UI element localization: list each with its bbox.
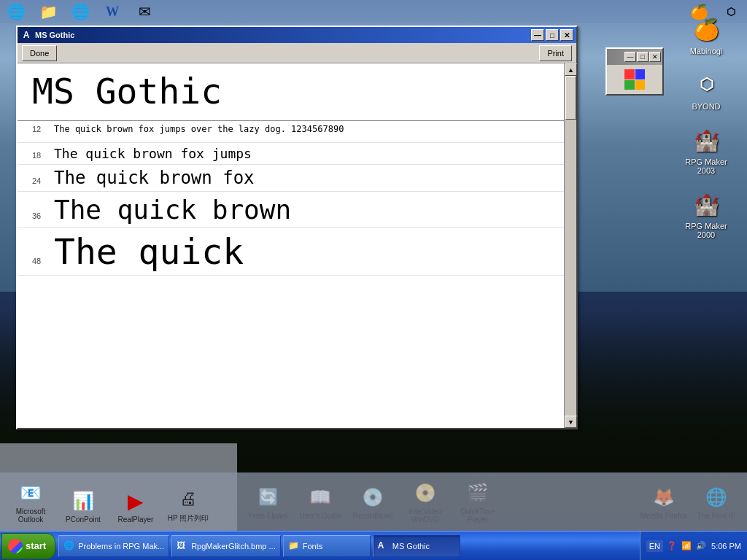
realplayer-dock-icon[interactable]: ▶ RealPlayer [111,488,160,524]
mabinogi-icon[interactable]: 🍊 Mabinogi [680,15,732,55]
taskbar: start 🌐 Problems in RPG Mak... 🖼 RpgMake… [0,531,747,560]
scroll-down-button[interactable]: ▼ [565,416,577,428]
font-size-sample-48: The quick [54,231,244,272]
taskbar-tray: EN ❓ 📶 🔊 5:06 PM [640,532,747,560]
taskbar-item-1[interactable]: 🖼 RpgMakerGlitch.bmp ... [171,535,281,557]
scrollbar[interactable]: ▲ ▼ [564,63,576,428]
start-windows-icon [8,539,23,553]
close-button[interactable]: ✕ [560,29,573,41]
rpgmaker2000-icon[interactable]: 🏰 RPG Maker 2000 [680,190,732,239]
font-name-display: MS Gothic [18,63,564,121]
bg-window-controls: — □ ✕ [624,52,661,62]
outlook-label: Microsoft Outlook [6,508,55,524]
font-name-large: MS Gothic [32,71,549,113]
bottom-dock: 📧 Microsoft Outlook 📊 PConPoint ▶ RealPl… [0,472,747,531]
font-size-label-36: 36 [32,211,54,220]
taskbar-label-3: MS Gothic [392,542,430,551]
taskbar-icon-0: 🌐 [63,540,75,552]
bg-close-button[interactable]: ✕ [649,52,661,62]
font-size-sample-24: The quick brown fox [54,168,255,188]
taskbar-label-0: Problems in RPG Mak... [78,542,164,551]
taskbar-item-2[interactable]: 📁 Fonts [283,535,371,557]
print-button[interactable]: Print [539,45,572,61]
font-size-row-36: 36 The quick brown [18,192,564,228]
font-size-label-48: 48 [32,257,54,265]
byond-img: ⬡ [692,70,721,99]
maximize-button[interactable]: □ [546,29,559,41]
ie-top-icon[interactable]: 🌐 [70,1,90,22]
font-window-icon: A [20,29,32,41]
hp-label: HP 照片列印 [168,513,209,524]
pconpoint-label: PConPoint [66,516,101,524]
font-size-sample-18: The quick brown fox jumps [54,146,252,161]
realplayer-label: RealPlayer [118,516,154,524]
font-size-sample-36: The quick brown [54,195,291,225]
desktop: 🌐 📁 🌐 W ✉ 🍊 ⬡ 🍊 Mabinogi ⬡ BYOND 🏰 RPG M… [0,0,747,560]
realplayer-img: ▶ [123,488,149,514]
font-preview-window: A MS Gothic — □ ✕ Done Print MS Gothic [16,26,578,429]
mabinogi-label: Mabinogi [690,47,723,55]
byond-label: BYOND [692,102,720,111]
tray-time: 5:06 PM [711,542,741,551]
desktop-icons-container: 🍊 Mabinogi ⬡ BYOND 🏰 RPG Maker 2003 🏰 RP… [680,15,732,239]
tray-help-icon: ❓ [666,540,678,552]
font-size-row-24: 24 The quick brown fox [18,165,564,192]
background-window: — □ ✕ [605,47,664,96]
font-size-row-18: 18 The quick brown fox jumps [18,143,564,165]
scroll-thumb[interactable] [565,76,576,120]
bg-minimize-button[interactable]: — [624,52,636,62]
mabinogi-img: 🍊 [692,15,721,44]
font-size-row-12: 12 The quick brown fox jumps over the la… [18,121,564,143]
hp-img: 🖨 [175,486,201,512]
taskbar-item-0[interactable]: 🌐 Problems in RPG Mak... [58,535,169,557]
language-indicator: EN [646,540,663,552]
font-size-label-12: 12 [32,125,54,133]
taskbar-label-2: Fonts [303,542,323,551]
bg-window-content [607,65,662,94]
tray-icons: EN ❓ 📶 🔊 [646,540,707,552]
font-display-area: MS Gothic 12 The quick brown fox jumps o… [18,63,576,428]
word-icon[interactable]: W [102,1,123,22]
window-controls: — □ ✕ [531,29,573,41]
taskbar-icon-3: A [378,540,390,552]
pconpoint-dock-icon[interactable]: 📊 PConPoint [58,488,108,524]
bg-maximize-button[interactable]: □ [637,52,649,62]
start-button[interactable]: start [1,533,55,559]
rpgmaker2003-label: RPG Maker 2003 [680,158,732,175]
dock-icons-container: 📧 Microsoft Outlook 📊 PConPoint ▶ RealPl… [0,477,219,526]
network-icon[interactable]: 🌐 [6,1,26,22]
hp-dock-icon[interactable]: 🖨 HP 照片列印 [163,486,213,524]
start-label: start [26,540,46,551]
mail-icon[interactable]: ✉ [134,1,155,22]
window-toolbar: Done Print [18,43,576,63]
windows-logo [624,69,645,90]
folder-icon[interactable]: 📁 [38,1,58,22]
font-sample-area: 12 The quick brown fox jumps over the la… [18,121,564,428]
tray-speaker-icon: 🔊 [695,540,707,552]
outlook-img: 📧 [18,480,44,506]
font-size-label-18: 18 [32,151,54,160]
pconpoint-img: 📊 [70,488,96,514]
taskbar-icon-1: 🖼 [177,540,188,552]
taskbar-item-3[interactable]: A MS Gothic [373,535,460,557]
font-size-row-48: 48 The quick [18,228,564,276]
rpgmaker2003-icon[interactable]: 🏰 RPG Maker 2003 [680,125,732,175]
minimize-button[interactable]: — [531,29,544,41]
rpgmaker2003-img: 🏰 [692,125,721,155]
rpgmaker2000-img: 🏰 [692,190,721,219]
byond-icon[interactable]: ⬡ BYOND [680,70,732,111]
top-quicklaunch: 🌐 📁 🌐 W ✉ 🍊 ⬡ [0,0,747,23]
taskbar-items: 🌐 Problems in RPG Mak... 🖼 RpgMakerGlitc… [55,532,640,560]
scroll-up-button[interactable]: ▲ [565,63,577,76]
window-title: MS Gothic [35,31,528,39]
done-button[interactable]: Done [22,45,57,61]
window-titlebar: A MS Gothic — □ ✕ [18,27,576,43]
font-main-panel: MS Gothic 12 The quick brown fox jumps o… [18,63,564,428]
scroll-track[interactable] [565,76,576,416]
taskbar-label-1: RpgMakerGlitch.bmp ... [191,542,276,551]
tray-network-icon: 📶 [681,540,692,552]
background-window-titlebar: — □ ✕ [607,49,662,65]
font-size-label-24: 24 [32,176,54,185]
outlook-dock-icon[interactable]: 📧 Microsoft Outlook [6,480,55,524]
taskbar-icon-2: 📁 [288,540,300,552]
